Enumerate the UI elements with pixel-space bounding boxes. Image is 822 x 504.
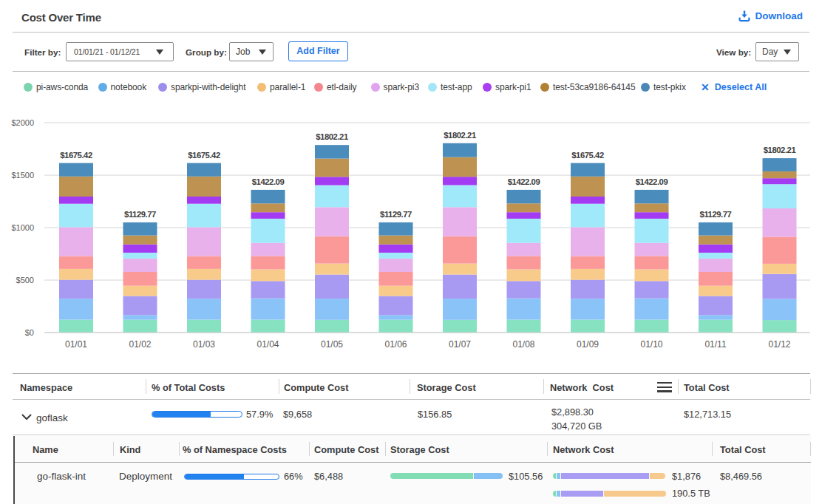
svg-text:$1129.77: $1129.77 (124, 210, 156, 219)
svg-text:$1802.21: $1802.21 (444, 131, 476, 140)
svg-text:$1675.42: $1675.42 (60, 151, 92, 160)
svg-text:$1802.21: $1802.21 (764, 146, 796, 154)
svg-text:$1000: $1000 (11, 223, 34, 232)
svg-text:01/05: 01/05 (321, 339, 343, 350)
svg-text:$1422.09: $1422.09 (508, 177, 540, 186)
svg-text:01/11: 01/11 (704, 339, 726, 350)
svg-text:$2000: $2000 (11, 118, 34, 127)
svg-text:$1129.77: $1129.77 (380, 210, 412, 219)
svg-text:01/12: 01/12 (768, 339, 790, 350)
svg-text:$1500: $1500 (11, 171, 34, 180)
svg-text:$1129.77: $1129.77 (700, 210, 732, 219)
svg-text:$1422.09: $1422.09 (636, 177, 668, 186)
svg-text:01/07: 01/07 (449, 339, 471, 350)
svg-text:$0: $0 (25, 328, 34, 337)
svg-text:01/02: 01/02 (129, 339, 151, 350)
svg-text:01/08: 01/08 (512, 339, 534, 350)
svg-text:01/03: 01/03 (193, 339, 215, 350)
svg-text:$1675.42: $1675.42 (188, 151, 220, 160)
svg-text:01/10: 01/10 (640, 339, 662, 350)
svg-text:$1675.42: $1675.42 (571, 151, 604, 160)
svg-text:01/06: 01/06 (384, 339, 407, 350)
svg-text:01/01: 01/01 (65, 339, 87, 350)
svg-text:$1422.09: $1422.09 (252, 177, 285, 186)
svg-text:01/09: 01/09 (577, 339, 599, 350)
svg-text:$1802.21: $1802.21 (316, 132, 348, 141)
svg-text:$500: $500 (16, 276, 34, 285)
svg-text:01/04: 01/04 (257, 339, 279, 350)
